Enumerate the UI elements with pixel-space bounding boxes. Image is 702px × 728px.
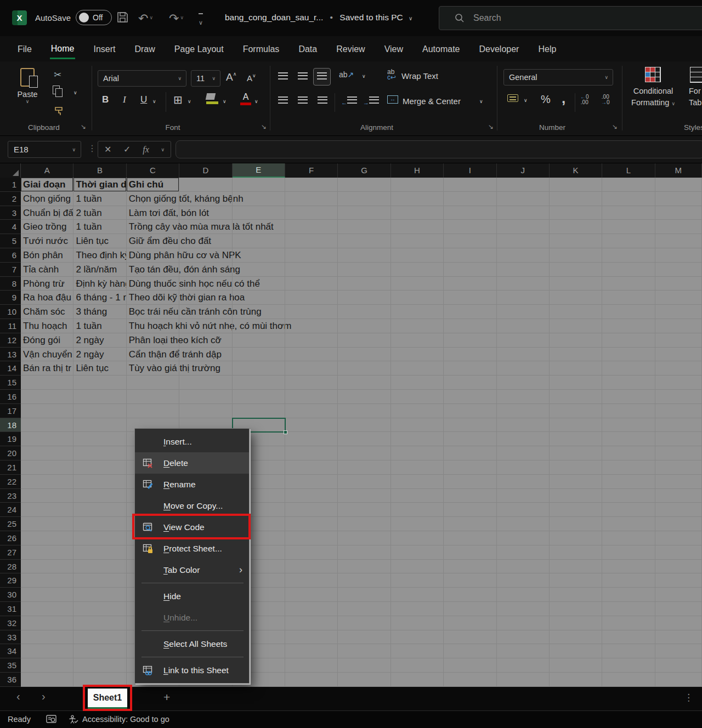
cell-F34[interactable] bbox=[285, 644, 338, 658]
row-header-32[interactable]: 32 bbox=[0, 616, 21, 630]
cell-G33[interactable] bbox=[338, 630, 390, 645]
sheet-tab-sheet1[interactable]: Sheet1 bbox=[88, 689, 127, 709]
cell-A11[interactable]: Thu hoạch bbox=[21, 319, 73, 333]
cell-D1[interactable] bbox=[179, 178, 232, 192]
cell-F8[interactable] bbox=[285, 277, 338, 291]
cell-M14[interactable] bbox=[655, 361, 702, 376]
tab-file[interactable]: File bbox=[16, 39, 33, 58]
undo-icon[interactable]: ↶∨ bbox=[138, 10, 153, 26]
cell-H2[interactable] bbox=[391, 192, 444, 206]
cell-I32[interactable] bbox=[444, 616, 496, 630]
cell-J35[interactable] bbox=[497, 658, 550, 673]
next-sheet-icon[interactable]: › bbox=[42, 690, 46, 703]
cell-G32[interactable] bbox=[338, 616, 390, 630]
cell-M24[interactable] bbox=[655, 503, 702, 517]
cell-K24[interactable] bbox=[550, 503, 602, 517]
cell-C13[interactable]: Cẩn thận để tránh dập bbox=[127, 348, 179, 362]
cell-H19[interactable] bbox=[391, 432, 444, 446]
cell-C6[interactable]: Dùng phân hữu cơ và NPK bbox=[127, 248, 179, 263]
cell-E6[interactable] bbox=[233, 248, 285, 263]
row-header-22[interactable]: 22 bbox=[0, 475, 21, 489]
cell-B8[interactable]: Định kỳ hàng bbox=[73, 277, 126, 291]
cell-I8[interactable] bbox=[444, 277, 496, 291]
menu-item-link-to-this-sheet[interactable]: Link to this Sheet bbox=[135, 659, 249, 681]
cell-I11[interactable] bbox=[444, 319, 496, 333]
cell-B23[interactable] bbox=[73, 489, 126, 503]
cell-G6[interactable] bbox=[338, 248, 390, 263]
cell-L25[interactable] bbox=[602, 517, 655, 531]
conditional-formatting-button[interactable]: ConditionalFormatting ∨ bbox=[629, 86, 678, 110]
cell-L14[interactable] bbox=[602, 361, 655, 376]
cell-I16[interactable] bbox=[444, 390, 496, 404]
cell-L34[interactable] bbox=[602, 644, 655, 658]
cell-G21[interactable] bbox=[338, 460, 390, 475]
row-header-21[interactable]: 21 bbox=[0, 460, 21, 475]
cell-H24[interactable] bbox=[391, 503, 444, 517]
cell-E10[interactable] bbox=[233, 305, 285, 319]
cell-M19[interactable] bbox=[655, 432, 702, 446]
document-title[interactable]: bang_cong_doan_sau_r... bbox=[225, 13, 323, 22]
cell-J1[interactable] bbox=[497, 178, 550, 192]
cell-F26[interactable] bbox=[285, 531, 338, 545]
merge-center-button[interactable]: Merge & Center bbox=[403, 96, 461, 106]
cell-M20[interactable] bbox=[655, 446, 702, 460]
cell-L29[interactable] bbox=[602, 573, 655, 588]
column-header-M[interactable]: M bbox=[655, 163, 702, 178]
cell-L24[interactable] bbox=[602, 503, 655, 517]
cell-L36[interactable] bbox=[602, 673, 655, 687]
cell-H5[interactable] bbox=[391, 234, 444, 248]
cell-H4[interactable] bbox=[391, 220, 444, 234]
cell-J31[interactable] bbox=[497, 602, 550, 616]
increase-font-size-icon[interactable]: A∧ bbox=[226, 71, 236, 83]
cell-M35[interactable] bbox=[655, 658, 702, 673]
cell-G13[interactable] bbox=[338, 348, 390, 362]
percent-style-icon[interactable]: % bbox=[541, 93, 551, 106]
cell-K17[interactable] bbox=[550, 404, 602, 418]
cell-F27[interactable] bbox=[285, 545, 338, 560]
cell-J6[interactable] bbox=[497, 248, 550, 263]
cell-K8[interactable] bbox=[550, 277, 602, 291]
cell-M15[interactable] bbox=[655, 376, 702, 390]
cell-B32[interactable] bbox=[73, 616, 126, 630]
cell-F18[interactable] bbox=[285, 418, 338, 433]
cell-F4[interactable] bbox=[285, 220, 338, 234]
borders-chevron-icon[interactable]: ∨ bbox=[188, 99, 191, 104]
cell-I36[interactable] bbox=[444, 673, 496, 687]
cell-F31[interactable] bbox=[285, 602, 338, 616]
menu-item-delete[interactable]: Delete bbox=[135, 452, 249, 474]
quick-access-customize-icon[interactable]: ∨ bbox=[199, 13, 203, 30]
cell-L12[interactable] bbox=[602, 333, 655, 348]
fill-handle[interactable] bbox=[284, 430, 287, 434]
cell-I27[interactable] bbox=[444, 545, 496, 560]
cell-K36[interactable] bbox=[550, 673, 602, 687]
alignment-dialog-launcher[interactable]: ↘ bbox=[488, 123, 494, 130]
cell-F12[interactable] bbox=[285, 333, 338, 348]
saved-status[interactable]: Saved to this PC bbox=[339, 13, 403, 22]
cell-H32[interactable] bbox=[391, 616, 444, 630]
fill-color-icon[interactable] bbox=[206, 93, 218, 104]
cell-C8[interactable]: Dùng thuốc sinh học nếu có thể bbox=[127, 277, 179, 291]
cell-C15[interactable] bbox=[127, 376, 179, 390]
tab-review[interactable]: Review bbox=[335, 39, 366, 58]
format-as-table-icon[interactable] bbox=[690, 67, 702, 83]
cell-H11[interactable] bbox=[391, 319, 444, 333]
cell-H15[interactable] bbox=[391, 376, 444, 390]
tab-home[interactable]: Home bbox=[50, 39, 76, 59]
cell-A6[interactable]: Bón phân bbox=[21, 248, 73, 263]
cell-L33[interactable] bbox=[602, 630, 655, 645]
row-header-10[interactable]: 10 bbox=[0, 305, 21, 319]
cell-J17[interactable] bbox=[497, 404, 550, 418]
cell-M1[interactable] bbox=[655, 178, 702, 192]
cell-L31[interactable] bbox=[602, 602, 655, 616]
cell-G2[interactable] bbox=[338, 192, 390, 206]
menu-item-protect-sheet[interactable]: Protect Sheet... bbox=[135, 538, 249, 559]
cell-K22[interactable] bbox=[550, 475, 602, 489]
cell-E16[interactable] bbox=[233, 390, 285, 404]
cell-F7[interactable] bbox=[285, 263, 338, 277]
cell-L35[interactable] bbox=[602, 658, 655, 673]
column-header-F[interactable]: F bbox=[285, 163, 338, 178]
cell-H7[interactable] bbox=[391, 263, 444, 277]
cell-I33[interactable] bbox=[444, 630, 496, 645]
align-bottom-icon[interactable] bbox=[317, 72, 327, 79]
decrease-font-size-icon[interactable]: A∨ bbox=[247, 73, 256, 83]
